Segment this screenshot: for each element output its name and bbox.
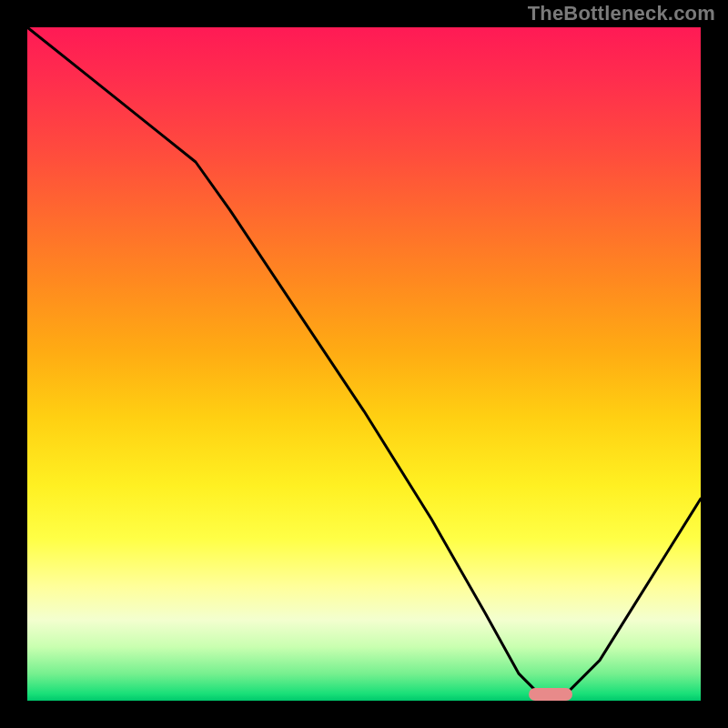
chart-container: TheBottleneck.com — [0, 0, 728, 728]
optimal-range-marker — [529, 688, 572, 701]
bottleneck-curve — [27, 27, 701, 694]
watermark-label: TheBottleneck.com — [528, 2, 715, 25]
plot-area — [27, 27, 701, 701]
line-chart-svg — [27, 27, 701, 701]
